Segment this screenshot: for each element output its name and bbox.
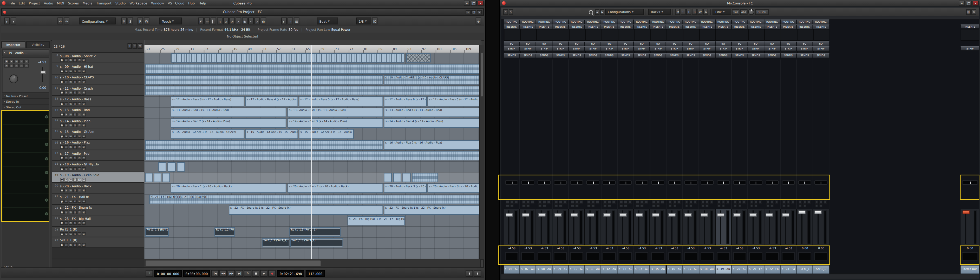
inspector-mini-button-2[interactable]: m — [14, 59, 19, 63]
channel-mini-button[interactable] — [640, 204, 644, 207]
minimize-button[interactable]: – — [464, 0, 470, 5]
channel-name[interactable]: Ser 1_1 — [813, 266, 829, 274]
mute-button[interactable]: m — [68, 156, 72, 159]
channel-mini-button[interactable] — [542, 204, 546, 207]
insert-slot[interactable] — [3, 180, 49, 194]
insert-slot[interactable] — [3, 208, 49, 222]
audio-event[interactable] — [412, 173, 438, 182]
to-end-button[interactable]: ▶| — [236, 270, 243, 276]
horizontal-scroll-thumb[interactable] — [146, 261, 320, 266]
fader-cap[interactable] — [554, 213, 562, 216]
tool-split-icon[interactable]: ▍ — [210, 18, 216, 24]
insert-slot[interactable] — [3, 194, 49, 208]
insert-slot-icon[interactable] — [45, 157, 48, 160]
menu-item-audio[interactable]: Audio — [42, 0, 55, 6]
audio-event[interactable] — [154, 173, 161, 182]
track-row[interactable]: 25Ser 1_1 (R)●▸msrw — [52, 237, 145, 248]
to-start-button[interactable]: |◀ — [212, 270, 219, 276]
menu-item-scores[interactable]: Scores — [66, 0, 81, 6]
track-row[interactable]: 15s - 15 - Audio - Gt Acc●▸msrw — [52, 129, 145, 139]
fader-lane[interactable] — [585, 209, 601, 245]
solo-button[interactable]: s — [73, 221, 77, 225]
channel-mini-button[interactable] — [645, 200, 648, 203]
menu-item-project[interactable]: Project — [27, 0, 42, 6]
track-row[interactable]: 11s - 11 - Audio - Crash●▸msrw — [52, 85, 145, 96]
channel-mini-button[interactable] — [587, 204, 590, 207]
menu-item-midi[interactable]: MIDI — [55, 0, 66, 6]
inspector-mini-button-1[interactable]: ▸ — [10, 59, 14, 63]
record-enable-icon[interactable]: ● — [60, 58, 64, 62]
fader-cap[interactable] — [505, 213, 513, 216]
audio-event[interactable]: Ro t1_1.2 (Ro t1_1) — [215, 227, 235, 237]
channel-mini-button[interactable] — [694, 200, 697, 203]
channel-peak-display[interactable] — [587, 253, 600, 261]
channel-mini-button[interactable] — [815, 204, 818, 207]
monitor-icon[interactable]: ▸ — [64, 146, 68, 149]
r-button[interactable]: R — [692, 9, 697, 15]
insert-slot-icon[interactable] — [45, 143, 48, 146]
inspector-mini-button-8[interactable]: ~ — [19, 64, 24, 67]
channel-mini-button[interactable] — [571, 204, 574, 207]
record-enable-icon[interactable]: ● — [60, 232, 64, 235]
pan-control[interactable] — [603, 180, 616, 185]
channel-mini-button[interactable] — [657, 204, 660, 207]
audio-event[interactable]: s - 20 - Audio - Back 3 (s - 20 - Audio … — [384, 184, 427, 193]
pan-control[interactable] — [684, 180, 697, 185]
read-automation-button[interactable]: r — [78, 69, 81, 73]
record-enable-icon[interactable]: ● — [60, 189, 64, 192]
channel-mini-button[interactable] — [824, 200, 827, 203]
fader-lane[interactable] — [667, 209, 683, 245]
inspector-tab-inspector[interactable]: Inspector — [1, 42, 25, 48]
fader-lane[interactable] — [520, 209, 536, 245]
fader-cap[interactable] — [668, 213, 676, 216]
minimize-button[interactable]: – — [959, 0, 965, 5]
track-list-icon-1[interactable]: ▾ — [133, 43, 137, 49]
channel-mini-button[interactable] — [542, 200, 546, 203]
audio-event[interactable]: s - 22 - FX - Snare fx 1 (s - 22 - FX - … — [384, 205, 480, 215]
inspector-mini-button-6[interactable]: e — [10, 64, 14, 67]
write-automation-button[interactable]: w — [82, 243, 86, 246]
mute-button[interactable]: m — [68, 146, 72, 149]
tool-line-icon[interactable]: ~ — [248, 18, 254, 24]
fader-cap[interactable] — [684, 213, 692, 216]
channel-mini-button[interactable] — [620, 200, 623, 203]
read-automation-button[interactable]: r — [78, 91, 81, 94]
channel-mini-button[interactable] — [547, 200, 550, 203]
channel-peak-display[interactable] — [700, 253, 713, 261]
record-enable-icon[interactable]: ● — [60, 210, 64, 214]
write-automation-button[interactable]: w — [82, 123, 86, 127]
channel-peak-display[interactable] — [765, 253, 778, 261]
rewind-button[interactable]: ◀◀ — [220, 270, 227, 276]
record-enable-icon[interactable]: ● — [60, 146, 64, 149]
channel-name[interactable]: s - 18 - Au — [699, 266, 715, 274]
solo-button[interactable]: s — [73, 80, 77, 83]
mute-all-button[interactable]: M — [121, 18, 127, 24]
inspector-track-header[interactable]: s - 19 - Audio ... — [2, 50, 49, 56]
audio-event[interactable] — [145, 86, 480, 96]
pan-control[interactable] — [717, 180, 730, 185]
channel-mini-button[interactable] — [705, 200, 709, 203]
inspector-mini-button-9[interactable]: · — [24, 64, 29, 67]
channel-mini-button[interactable] — [783, 204, 786, 207]
link-dropdown[interactable]: Link ▼ — [713, 9, 732, 15]
audio-event[interactable]: s - 20 - Audio - Back 1 (s - 20 - Audio … — [170, 184, 286, 193]
master-channel-name[interactable]: Stereo Out — [961, 266, 979, 274]
channel-name[interactable]: s - 15 - Au — [651, 266, 667, 274]
fader-lane[interactable] — [748, 209, 764, 245]
monitor-icon[interactable]: ▸ — [64, 113, 68, 116]
close-button[interactable]: × — [972, 0, 979, 5]
redo-icon[interactable]: ↷ — [509, 9, 513, 15]
tool-draw-icon[interactable]: ◉ — [242, 18, 247, 24]
channel-mini-button[interactable] — [799, 204, 802, 207]
channel-mini-button[interactable] — [612, 200, 616, 203]
audio-event[interactable] — [145, 140, 383, 150]
channel-mini-button[interactable] — [636, 204, 639, 207]
mute-button[interactable]: m — [68, 243, 72, 246]
menu-item-studio[interactable]: Studio — [113, 0, 127, 6]
monitor-icon[interactable]: ▸ — [64, 123, 68, 127]
channel-mini-button[interactable] — [819, 200, 823, 203]
channel-mini-button[interactable] — [575, 204, 578, 207]
solo-button[interactable]: s — [73, 58, 77, 62]
a-button[interactable]: A — [703, 9, 708, 15]
channel-name[interactable]: s - 12 - Au — [601, 266, 618, 274]
